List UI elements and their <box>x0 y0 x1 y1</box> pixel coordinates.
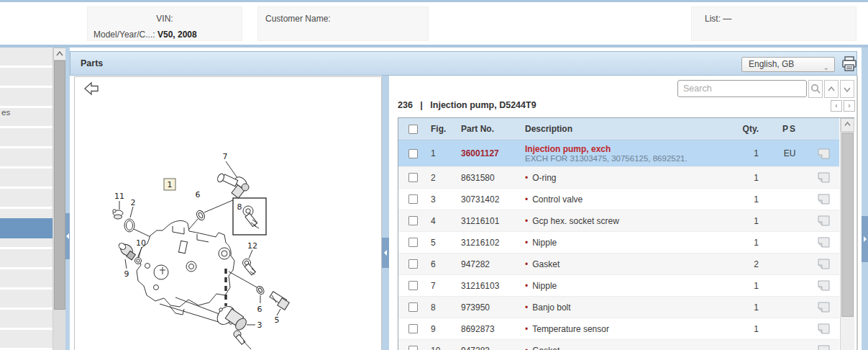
bullet-icon: • <box>525 216 528 226</box>
search-input[interactable] <box>677 80 807 97</box>
description-main: Temperature sensor <box>532 324 609 334</box>
sidebar-splitter[interactable] <box>65 48 70 350</box>
note-button[interactable] <box>808 345 839 350</box>
note-button[interactable] <box>808 280 839 291</box>
callout-2[interactable]: 2 <box>131 198 136 207</box>
callout-10[interactable]: 10 <box>136 238 146 248</box>
sidebar-splitter-handle[interactable] <box>65 213 70 259</box>
table-row[interactable]: 7 31216103 •Nipple 1 <box>398 274 839 296</box>
note-button[interactable] <box>808 148 839 159</box>
model-label: Model/Year/C...: <box>93 30 155 40</box>
part-no-cell[interactable]: 947282 <box>459 259 522 269</box>
select-all-checkbox[interactable] <box>408 125 418 134</box>
part-no-cell[interactable]: 8631580 <box>459 173 522 183</box>
col-header-description[interactable]: Description <box>522 124 728 134</box>
callout-12[interactable]: 12 <box>247 241 257 251</box>
bullet-icon: • <box>525 173 528 183</box>
section-title: 236 | Injection pump, D5244T9 <box>398 100 536 110</box>
diagram-splitter-handle[interactable] <box>382 238 389 268</box>
callout-1[interactable]: 1 <box>168 180 173 189</box>
table-row[interactable]: 5 31216102 •Nipple 1 <box>398 231 839 253</box>
row-checkbox[interactable] <box>408 259 418 269</box>
table-row[interactable]: 3 30731402 •Control valve 1 <box>398 188 839 210</box>
sidebar-item-selected[interactable] <box>0 218 52 238</box>
bullet-icon: • <box>525 259 528 269</box>
row-checkbox[interactable] <box>408 194 418 204</box>
row-checkbox[interactable] <box>408 281 418 290</box>
callout-8[interactable]: 8 <box>237 202 242 212</box>
note-button[interactable] <box>808 323 839 334</box>
note-button[interactable] <box>808 172 839 183</box>
description-cell: •Nipple <box>522 238 728 248</box>
description-main: Nipple <box>532 281 557 291</box>
note-button[interactable] <box>808 237 839 248</box>
table-row[interactable]: 4 31216101 •Gcp hex. socket screw 1 <box>398 210 839 231</box>
table-scrollbar[interactable] <box>840 118 854 350</box>
sidebar-scroll-thumb[interactable] <box>54 60 65 310</box>
callout-5[interactable]: 5 <box>275 315 280 325</box>
description-sub: EXCH FOR 31303475, 30756125, 8692521. <box>525 154 728 163</box>
list-label: List: <box>705 14 721 24</box>
print-button[interactable] <box>841 56 858 72</box>
back-arrow-icon[interactable] <box>85 83 98 94</box>
note-button[interactable] <box>808 194 839 205</box>
row-checkbox[interactable] <box>408 324 418 333</box>
note-button[interactable] <box>808 215 839 226</box>
chevron-down-icon <box>842 84 852 94</box>
search-button[interactable] <box>808 80 823 98</box>
row-checkbox[interactable] <box>408 216 418 225</box>
table-row[interactable]: 8 973950 •Banjo bolt 1 <box>398 296 839 318</box>
callout-6a[interactable]: 6 <box>196 190 201 199</box>
row-checkbox[interactable] <box>408 173 418 182</box>
note-button[interactable] <box>808 302 839 313</box>
table-scroll-up-button[interactable] <box>841 118 854 132</box>
sidebar-nav: es <box>0 48 52 350</box>
row-checkbox[interactable] <box>408 149 418 158</box>
callout-11[interactable]: 11 <box>114 192 124 201</box>
callout-3[interactable]: 3 <box>257 320 262 330</box>
note-button[interactable] <box>808 259 839 269</box>
table-row[interactable]: 2 8631580 •O-ring 1 <box>398 166 839 188</box>
next-page-button[interactable]: › <box>844 100 855 112</box>
part-no-cell[interactable]: 947283 <box>459 346 522 350</box>
part-no-cell[interactable]: 31216101 <box>459 216 522 226</box>
callout-7[interactable]: 7 <box>223 152 228 161</box>
customer-label: Customer Name: <box>265 14 331 24</box>
language-dropdown[interactable]: English, GB ⌄ <box>741 57 835 72</box>
language-value: English, GB <box>749 59 794 69</box>
fig-cell: 2 <box>427 173 459 183</box>
diagram-splitter[interactable] <box>382 76 389 350</box>
part-no-cell[interactable]: 31216102 <box>459 238 522 248</box>
table-row[interactable]: 9 8692873 •Temperature sensor 1 <box>398 318 839 339</box>
parts-table: Fig. Part No. Description Qty. PS 1 3600… <box>398 117 854 350</box>
right-splitter[interactable] <box>862 48 868 350</box>
sidebar-scroll-up-button[interactable] <box>53 48 66 60</box>
col-header-fig[interactable]: Fig. <box>427 124 459 134</box>
list-value: — <box>723 14 731 24</box>
right-splitter-handle[interactable] <box>862 216 868 262</box>
search-prev-button[interactable] <box>824 80 839 98</box>
callout-6b[interactable]: 6 <box>257 305 262 314</box>
sidebar-item-partial[interactable]: es <box>0 104 52 122</box>
col-header-part-no[interactable]: Part No. <box>459 124 522 134</box>
sidebar-scrollbar[interactable] <box>52 48 65 350</box>
col-header-ps[interactable]: PS <box>772 124 808 134</box>
prev-page-button[interactable]: ‹ <box>831 100 842 112</box>
part-no-cell[interactable]: 8692873 <box>459 324 522 334</box>
row-checkbox[interactable] <box>408 346 418 350</box>
table-row[interactable]: 10 947283 •Gasket <box>398 339 839 350</box>
col-header-qty[interactable]: Qty. <box>728 124 772 134</box>
callout-9[interactable]: 9 <box>124 269 129 279</box>
search-next-button[interactable] <box>840 80 854 98</box>
table-scroll-thumb[interactable] <box>841 133 854 317</box>
fig-cell: 10 <box>427 346 459 350</box>
table-row[interactable]: 6 947282 •Gasket 2 <box>398 253 839 274</box>
part-no-cell[interactable]: 36001127 <box>459 148 522 158</box>
part-no-cell[interactable]: 31216103 <box>459 281 522 291</box>
part-no-cell[interactable]: 30731402 <box>459 194 522 205</box>
row-checkbox[interactable] <box>408 302 418 312</box>
description-main: Control valve <box>532 194 583 205</box>
row-checkbox[interactable] <box>408 238 418 247</box>
part-no-cell[interactable]: 973950 <box>459 302 522 313</box>
table-row[interactable]: 1 36001127 Injection pump, exch EXCH FOR… <box>398 140 839 166</box>
